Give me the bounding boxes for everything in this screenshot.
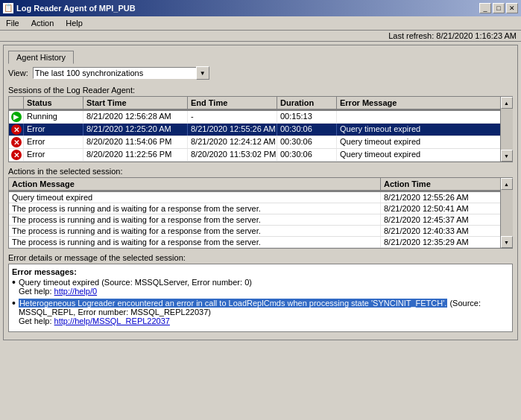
status-icon-cell: ✕	[9, 149, 24, 161]
action-message-cell: The process is running and is waiting fo…	[9, 203, 381, 214]
duration-cell: 00:30:06	[277, 149, 337, 161]
app-icon: 📋	[3, 3, 13, 13]
start-time-cell: 8/20/2020 11:22:56 PM	[83, 149, 188, 161]
sessions-col-duration: Duration	[277, 97, 337, 109]
sessions-table-header: Status Start Time End Time Duration Erro…	[9, 97, 500, 111]
action-time-cell: 8/21/2020 12:45:37 AM	[381, 214, 500, 225]
view-select[interactable]: The last 100 synchronizations	[33, 67, 197, 79]
error-message-cell	[337, 111, 500, 123]
running-icon: ▶	[11, 112, 22, 122]
view-row: View: The last 100 synchronizations ▼	[8, 66, 513, 80]
sessions-scrollbar[interactable]: ▲ ▼	[500, 97, 512, 162]
actions-label: Actions in the selected session:	[8, 167, 513, 176]
close-button[interactable]: ✕	[506, 3, 518, 13]
table-row[interactable]: The process is running and is waiting fo…	[9, 237, 500, 248]
error-icon: ✕	[11, 150, 22, 160]
sessions-col-icon	[9, 97, 24, 109]
table-row[interactable]: The process is running and is waiting fo…	[9, 226, 500, 237]
action-time-cell: 8/21/2020 12:35:29 AM	[381, 237, 500, 247]
main-panel: Agent History View: The last 100 synchro…	[3, 45, 518, 340]
view-label: View:	[8, 69, 28, 77]
actions-col-time: Action Time	[381, 178, 500, 191]
action-time-cell: 8/21/2020 12:50:41 AM	[381, 203, 500, 214]
error-highlight-text: Heterogeneous Logreader encountered an e…	[19, 299, 447, 308]
status-icon-cell: ✕	[9, 136, 24, 148]
status-cell: Error	[24, 136, 83, 148]
menu-help[interactable]: Help	[63, 18, 86, 28]
status-icon-cell: ✕	[9, 124, 24, 136]
error-message-cell: Query timeout expired	[337, 136, 500, 148]
action-message-cell: The process is running and is waiting fo…	[9, 214, 381, 225]
sessions-col-end: End Time	[188, 97, 277, 109]
tab-agent-history[interactable]: Agent History	[8, 51, 74, 64]
actions-table-header: Action Message Action Time	[9, 178, 500, 192]
duration-cell: 00:30:06	[277, 124, 337, 136]
sessions-table-inner: Status Start Time End Time Duration Erro…	[9, 97, 500, 162]
minimize-button[interactable]: _	[479, 3, 491, 13]
error-item-1: • Query timeout expired (Source: MSSQLSe…	[12, 278, 509, 296]
start-time-cell: 8/21/2020 12:56:28 AM	[83, 111, 188, 123]
error-message-1: Query timeout expired (Source: MSSQLServ…	[19, 278, 252, 287]
table-row[interactable]: ▶ Running 8/21/2020 12:56:28 AM - 00:15:…	[9, 111, 500, 124]
table-row[interactable]: ✕ Error 8/21/2020 12:25:20 AM 8/21/2020 …	[9, 124, 500, 136]
sessions-col-error: Error Message	[337, 97, 500, 109]
duration-cell: 00:30:06	[277, 136, 337, 148]
error-link-2[interactable]: http://help/MSSQL_REPL22037	[54, 316, 170, 325]
tab-bar: Agent History	[8, 50, 513, 63]
status-icon-cell: ▶	[9, 111, 24, 123]
status-cell: Error	[24, 149, 83, 161]
error-message-cell: Query timeout expired	[337, 124, 500, 136]
action-time-cell: 8/21/2020 12:40:33 AM	[381, 226, 500, 236]
action-time-cell: 8/21/2020 12:55:26 AM	[381, 192, 500, 203]
get-help-label-2: Get help:	[19, 316, 54, 325]
end-time-cell: -	[188, 111, 277, 123]
main-content: Agent History View: The last 100 synchro…	[0, 42, 521, 416]
action-message-cell: The process is running and is waiting fo…	[9, 237, 381, 247]
window-controls: _ □ ✕	[479, 3, 518, 13]
scroll-up-button[interactable]: ▲	[501, 97, 513, 109]
scroll-track[interactable]	[501, 109, 513, 150]
sessions-col-start: Start Time	[83, 97, 188, 109]
table-row[interactable]: ✕ Error 8/20/2020 11:22:56 PM 8/20/2020 …	[9, 149, 500, 162]
error-text-1: Query timeout expired (Source: MSSQLServ…	[19, 278, 509, 296]
table-row[interactable]: ✕ Error 8/20/2020 11:54:06 PM 8/21/2020 …	[9, 136, 500, 149]
actions-section: Actions in the selected session: Action …	[8, 167, 513, 249]
bullet-1: •	[12, 277, 16, 296]
error-section: Error details or message of the selected…	[8, 253, 513, 332]
status-cell: Error	[24, 124, 83, 136]
error-message-cell: Query timeout expired	[337, 149, 500, 161]
window: 📋 Log Reader Agent of MPI_PUB _ □ ✕ File…	[0, 0, 521, 416]
window-title: Log Reader Agent of MPI_PUB	[16, 4, 136, 13]
error-details-box: Error messages: • Query timeout expired …	[8, 264, 513, 332]
actions-table: Action Message Action Time Query timeout…	[8, 177, 513, 249]
actions-scrollbar[interactable]: ▲ ▼	[500, 178, 512, 248]
error-icon: ✕	[11, 137, 22, 147]
status-cell: Running	[24, 111, 83, 123]
actions-col-message: Action Message	[9, 178, 381, 191]
start-time-cell: 8/20/2020 11:54:06 PM	[83, 136, 188, 148]
bullet-2: •	[12, 298, 16, 325]
start-time-cell: 8/21/2020 12:25:20 AM	[83, 124, 188, 136]
error-section-label: Error details or message of the selected…	[8, 253, 513, 262]
last-refresh-text: Last refresh: 8/21/2020 1:16:23 AM	[388, 31, 517, 40]
menu-file[interactable]: File	[3, 18, 22, 28]
table-row[interactable]: Query timeout expired 8/21/2020 12:55:26…	[9, 192, 500, 203]
view-select-arrow[interactable]: ▼	[196, 66, 209, 80]
sessions-table: Status Start Time End Time Duration Erro…	[8, 96, 513, 162]
end-time-cell: 8/21/2020 12:24:12 AM	[188, 136, 277, 148]
maximize-button[interactable]: □	[493, 3, 505, 13]
sessions-label: Sessions of the Log Reader Agent:	[8, 86, 513, 95]
scroll-down-button[interactable]: ▼	[501, 150, 513, 162]
table-row[interactable]: The process is running and is waiting fo…	[9, 214, 500, 226]
scroll-down-button[interactable]: ▼	[501, 236, 513, 248]
table-row[interactable]: The process is running and is waiting fo…	[9, 203, 500, 214]
title-bar: 📋 Log Reader Agent of MPI_PUB _ □ ✕	[0, 0, 521, 16]
error-link-1[interactable]: http://help/0	[54, 287, 98, 296]
scroll-track[interactable]	[501, 190, 513, 236]
menu-action[interactable]: Action	[28, 18, 57, 28]
scroll-up-button[interactable]: ▲	[501, 178, 513, 190]
action-message-cell: Query timeout expired	[9, 192, 381, 203]
error-title: Error messages:	[12, 267, 509, 276]
duration-cell: 00:15:13	[277, 111, 337, 123]
action-message-cell: The process is running and is waiting fo…	[9, 226, 381, 236]
